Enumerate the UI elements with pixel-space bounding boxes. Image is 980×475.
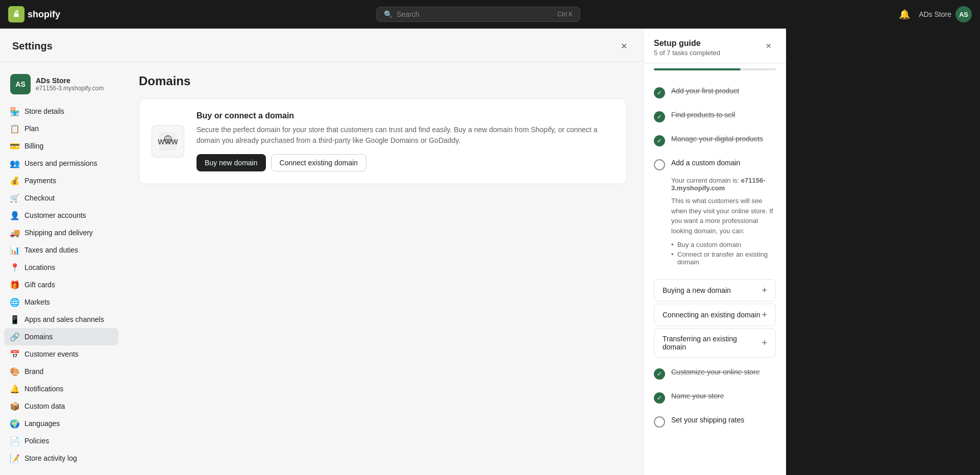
setup-item-1[interactable]: ✓ Find products to sell (644, 105, 786, 129)
notifications-bell-icon[interactable]: 🔔 (896, 6, 913, 22)
sidebar-item-store-details[interactable]: 🏪 Store details (4, 103, 118, 120)
collapse-item-2: Transferring an existing domain + (654, 328, 776, 358)
setup-item-4[interactable]: ✓ Customize your online store (644, 362, 786, 386)
store-domain-sidebar: e71156-3.myshopify.com (36, 85, 104, 92)
sidebar-item-plan[interactable]: 📋 Plan (4, 120, 118, 137)
shopify-logo[interactable]: shopify (8, 6, 60, 22)
sidebar-icon-16: 🔔 (10, 384, 19, 393)
store-avatar: AS (10, 74, 31, 94)
top-navigation: shopify 🔍 Search Ctrl K 🔔 ADs Store AS (0, 0, 980, 29)
domain-bullet-list: Buy a custom domainConnect or transfer a… (671, 240, 776, 267)
sidebar-item-markets[interactable]: 🌐 Markets (4, 293, 118, 311)
setup-guide-close-button[interactable]: ✕ (762, 39, 776, 53)
setup-item-2[interactable]: ✓ Manage your digital products (644, 129, 786, 153)
sidebar-item-languages[interactable]: 🌍 Languages (4, 415, 118, 432)
sidebar-label-2: Billing (24, 142, 43, 150)
sidebar-label-17: Custom data (24, 402, 65, 410)
domain-current-label: Your current domain is: e71156-3.myshopi… (671, 177, 776, 192)
sidebar-item-gift-cards[interactable]: 🎁 Gift cards (4, 276, 118, 293)
sidebar-item-domains[interactable]: 🔗 Domains (4, 328, 118, 345)
search-placeholder: Search (397, 10, 419, 18)
sidebar-icon-7: 🚚 (10, 228, 19, 237)
setup-item-check-1: ✓ (654, 111, 665, 122)
connect-existing-domain-button[interactable]: Connect existing domain (271, 154, 366, 171)
setup-guide-header-text: Setup guide 5 of 7 tasks completed (654, 39, 720, 57)
sidebar-item-checkout[interactable]: 🛒 Checkout (4, 189, 118, 207)
setup-items-list: ✓ Add your first product ✓ Find products… (644, 77, 786, 438)
domain-card-content: Buy or connect a domain Secure the perfe… (197, 111, 614, 171)
user-avatar-topnav[interactable]: AS (955, 6, 972, 22)
setup-guide-panel: Setup guide 5 of 7 tasks completed ✕ ✓ A… (643, 29, 786, 475)
search-shortcut: Ctrl K (557, 11, 573, 18)
sidebar-item-customer-accounts[interactable]: 👤 Customer accounts (4, 207, 118, 224)
sidebar-item-policies[interactable]: 📄 Policies (4, 432, 118, 449)
collapse-plus-icon-0: + (762, 286, 767, 295)
sidebar-item-payments[interactable]: 💰 Payments (4, 172, 118, 189)
bullet-item: Connect or transfer an existing domain (671, 249, 776, 267)
sidebar-item-customer-events[interactable]: 📅 Customer events (4, 345, 118, 363)
sidebar-item-custom-data[interactable]: 📦 Custom data (4, 397, 118, 415)
topnav-left: shopify (8, 6, 60, 22)
sidebar-item-taxes-and-duties[interactable]: 📊 Taxes and duties (4, 241, 118, 259)
setup-guide-header: Setup guide 5 of 7 tasks completed ✕ (644, 29, 786, 63)
setup-item-6[interactable]: Set your shipping rates (644, 410, 786, 434)
settings-sidebar: AS ADs Store e71156-3.myshopify.com 🏪 St… (0, 62, 122, 475)
sidebar-icon-8: 📊 (10, 245, 19, 255)
domain-card-description: Secure the perfect domain for your store… (197, 124, 614, 146)
domain-card-actions: Buy new domain Connect existing domain (197, 154, 614, 171)
topnav-right: 🔔 ADs Store AS (896, 6, 972, 22)
sidebar-icon-9: 📍 (10, 263, 19, 272)
setup-item-check-3 (654, 159, 665, 170)
sidebar-icon-15: 🎨 (10, 367, 19, 376)
main-layout: Settings ✕ AS ADs Store e71156-3.myshopi… (0, 29, 980, 475)
setup-item-3[interactable]: Add a custom domain (644, 153, 786, 177)
setup-item-label-1: Find products to sell (671, 111, 776, 119)
settings-close-button[interactable]: ✕ (617, 39, 631, 53)
collapse-header-0[interactable]: Buying a new domain + (654, 280, 775, 301)
sidebar-label-20: Store activity log (24, 454, 77, 462)
sidebar-item-users-and-permissions[interactable]: 👥 Users and permissions (4, 155, 118, 172)
sidebar-icon-13: 🔗 (10, 332, 19, 341)
setup-item-label-2: Manage your digital products (671, 135, 776, 143)
domain-description: This is what customers will see when the… (671, 196, 776, 236)
setup-item-5[interactable]: ✓ Name your store (644, 386, 786, 410)
settings-panel: Settings ✕ AS ADs Store e71156-3.myshopi… (0, 29, 643, 475)
store-selector[interactable]: ADs Store AS (919, 6, 972, 22)
sidebar-item-notifications[interactable]: 🔔 Notifications (4, 380, 118, 397)
search-bar[interactable]: 🔍 Search Ctrl K (376, 7, 580, 22)
domain-card-title: Buy or connect a domain (197, 111, 614, 120)
collapse-plus-icon-1: + (762, 310, 767, 319)
sidebar-label-0: Store details (24, 107, 64, 115)
setup-item-check-0: ✓ (654, 87, 665, 98)
sidebar-items-list: 🏪 Store details 📋 Plan 💳 Billing 👥 Users… (4, 103, 118, 467)
sidebar-item-locations[interactable]: 📍 Locations (4, 259, 118, 276)
collapse-header-1[interactable]: Connecting an existing domain + (654, 304, 775, 326)
collapse-plus-icon-2: + (762, 338, 767, 347)
setup-item-label-4: Customize your online store (671, 368, 776, 376)
collapse-header-2[interactable]: Transferring an existing domain + (654, 329, 775, 357)
sidebar-label-13: Domains (24, 333, 53, 341)
setup-item-0[interactable]: ✓ Add your first product (644, 81, 786, 105)
sidebar-label-11: Markets (24, 298, 50, 306)
sidebar-item-shipping-and-delivery[interactable]: 🚚 Shipping and delivery (4, 224, 118, 241)
sidebar-label-12: Apps and sales channels (24, 315, 104, 323)
sidebar-item-brand[interactable]: 🎨 Brand (4, 363, 118, 380)
search-icon: 🔍 (384, 10, 393, 18)
sidebar-icon-18: 🌍 (10, 419, 19, 428)
setup-item-label-0: Add your first product (671, 87, 776, 95)
settings-title: Settings (12, 40, 53, 52)
setup-item-check-2: ✓ (654, 135, 665, 146)
sidebar-label-18: Languages (24, 419, 60, 428)
progress-bar-track (654, 68, 776, 70)
sidebar-icon-19: 📄 (10, 436, 19, 445)
sidebar-item-store-activity-log[interactable]: 📝 Store activity log (4, 449, 118, 467)
sidebar-item-billing[interactable]: 💳 Billing (4, 137, 118, 155)
sidebar-label-19: Policies (24, 437, 49, 445)
settings-main-content: Domains WWW Buy or connect a do (122, 62, 643, 475)
sidebar-label-14: Customer events (24, 350, 79, 358)
sidebar-label-1: Plan (24, 124, 39, 133)
sidebar-item-apps-and-sales-channels[interactable]: 📱 Apps and sales channels (4, 311, 118, 328)
buy-new-domain-button[interactable]: Buy new domain (197, 154, 266, 171)
collapse-label-2: Transferring an existing domain (663, 335, 762, 351)
domain-www-icon: WWW (152, 125, 184, 158)
